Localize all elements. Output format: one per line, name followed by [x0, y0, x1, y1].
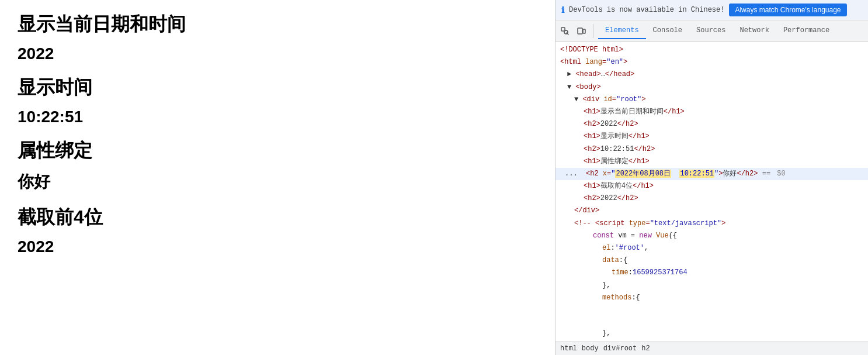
code-line-div-close: </div> [555, 205, 868, 217]
svg-point-2 [564, 30, 568, 34]
code-line-head: ► <head>…</head> [555, 68, 868, 81]
value-greeting: 你好 [18, 171, 537, 193]
code-line-js-5: }, [555, 280, 868, 292]
breadcrumb-body[interactable]: body [582, 344, 599, 353]
value-year-2: 2022 [18, 237, 537, 256]
code-line-h2-2: <h2>10:22:51</h2> [555, 143, 868, 156]
code-line-h2-3: <h2>2022</h2> [555, 192, 868, 205]
code-line-js-3: data:{ [555, 254, 868, 267]
code-line-js-2: el:'#root', [555, 242, 868, 254]
code-line-js-4: time:1659925371764 [555, 267, 868, 279]
code-line-h1-4: <h1>截取前4位</h1> [555, 180, 868, 192]
code-line-h1-3: <h1>属性绑定</h1> [555, 156, 868, 168]
svg-rect-0 [561, 27, 565, 31]
devtools-tabs-bar: Elements Console Sources Network Perform… [555, 20, 868, 42]
devtools-panel: ℹ DevTools is now available in Chinese! … [555, 0, 868, 355]
code-line-doctype: <!DOCTYPE html> [555, 44, 868, 56]
code-line-h2-1: <h2>2022</h2> [555, 118, 868, 130]
code-line-h2-highlighted[interactable]: ... <h2 x="2022年08月08日 10:22:51">你好</h2>… [555, 168, 868, 180]
breadcrumb-h2[interactable]: h2 [641, 344, 650, 353]
value-time: 10:22:51 [18, 108, 537, 126]
tab-performance[interactable]: Performance [776, 23, 836, 39]
infobar-text: DevTools is now available in Chinese! [569, 6, 724, 14]
code-line-div-root: ▼ <div id="root"> [555, 94, 868, 106]
code-line-body: ▼ <body> [555, 81, 868, 94]
info-icon: ℹ [561, 5, 564, 15]
tab-network[interactable]: Network [732, 23, 776, 39]
device-toolbar-icon[interactable] [574, 24, 588, 38]
code-line-js-6: methods:{ [555, 292, 868, 304]
code-line-comment: <!-- <script type="text/javascript"> [555, 218, 868, 230]
heading-4: 截取前4位 [18, 205, 537, 230]
heading-1: 显示当前日期和时间 [18, 12, 537, 37]
tab-elements[interactable]: Elements [598, 23, 646, 39]
code-line-html: <html lang="en"> [555, 56, 868, 68]
svg-rect-4 [583, 29, 585, 33]
match-language-button[interactable]: Always match Chrome's language [729, 4, 846, 16]
inspect-element-icon[interactable] [558, 24, 572, 38]
devtools-breadcrumb: html body div#root h2 [555, 342, 868, 355]
tab-console[interactable]: Console [646, 23, 689, 39]
devtools-infobar: ℹ DevTools is now available in Chinese! … [555, 0, 868, 20]
heading-3: 属性绑定 [18, 138, 537, 164]
heading-2: 显示时间 [18, 75, 537, 101]
code-line-h1-2: <h1>显示时间</h1> [555, 130, 868, 143]
code-line-h1-1: <h1>显示当前日期和时间</h1> [555, 106, 868, 118]
code-line-js-1: const vm = new Vue({ [555, 230, 868, 242]
code-line-js-8: }, [555, 328, 868, 340]
code-line-js-7 [555, 304, 868, 328]
svg-rect-3 [578, 28, 582, 34]
main-content: 显示当前日期和时间 2022 显示时间 10:22:51 属性绑定 你好 截取前… [0, 0, 555, 355]
tab-sources[interactable]: Sources [689, 23, 732, 39]
breadcrumb-div-root[interactable]: div#root [603, 344, 637, 353]
devtools-code-view[interactable]: <!DOCTYPE html> <html lang="en"> ► <head… [555, 42, 868, 342]
breadcrumb-html[interactable]: html [560, 344, 577, 353]
devtools-icon-group [558, 24, 593, 38]
value-year-1: 2022 [18, 44, 537, 63]
